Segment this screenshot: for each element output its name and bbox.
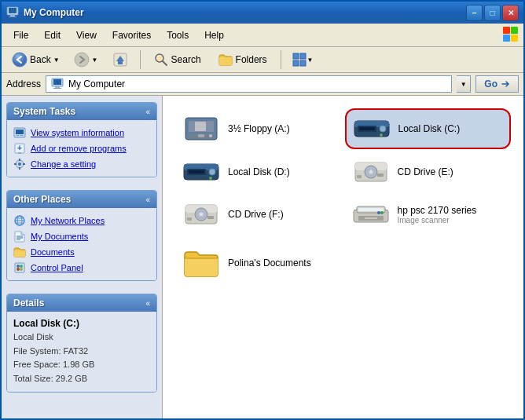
back-button[interactable]: Back ▼ bbox=[6, 49, 65, 70]
drive-cd-e[interactable]: CD Drive (E:) bbox=[345, 152, 512, 192]
svg-rect-17 bbox=[300, 53, 306, 59]
menu-help[interactable]: Help bbox=[197, 27, 231, 43]
svg-rect-35 bbox=[14, 163, 17, 165]
svg-rect-1 bbox=[9, 8, 17, 13]
svg-rect-22 bbox=[55, 86, 60, 88]
details-title-header: Details bbox=[13, 298, 44, 309]
drive-cd-f[interactable]: CD Drive (F:) bbox=[175, 195, 342, 234]
back-arrow-icon[interactable]: ▼ bbox=[53, 57, 60, 64]
svg-rect-6 bbox=[503, 35, 510, 42]
polinas-docs-item[interactable]: Polina's Documents bbox=[175, 243, 318, 283]
view-system-info-item[interactable]: View system information bbox=[10, 125, 153, 141]
details-filesystem-label: File System: bbox=[13, 346, 64, 356]
system-tasks-body: View system information + Add or remove … bbox=[7, 120, 156, 177]
address-field[interactable]: My Computer bbox=[46, 75, 452, 93]
details-drive-name: Local Disk (C:) bbox=[13, 318, 150, 329]
add-remove-icon: + bbox=[13, 142, 26, 155]
my-documents-label: My Documents bbox=[31, 232, 88, 241]
details-body: Local Disk (C:) Local Disk File System: … bbox=[7, 312, 156, 392]
svg-point-86 bbox=[380, 211, 384, 214]
svg-rect-19 bbox=[300, 60, 306, 66]
add-remove-label: Add or remove programs bbox=[31, 144, 127, 153]
details-header[interactable]: Details « bbox=[7, 294, 156, 312]
other-places-title: Other Places bbox=[13, 194, 71, 205]
forward-button[interactable]: ▼ bbox=[68, 49, 104, 70]
forward-arrow-icon[interactable]: ▼ bbox=[92, 57, 98, 64]
drive-local-c[interactable]: Local Disk (C:) bbox=[345, 108, 512, 149]
my-documents-item[interactable]: My Documents bbox=[10, 228, 153, 244]
svg-point-55 bbox=[209, 134, 212, 137]
drive-floppy-a-label: 3½ Floppy (A:) bbox=[228, 123, 290, 134]
info-icon bbox=[13, 126, 26, 139]
main-window: My Computer – □ ✕ File Edit View Favorit… bbox=[0, 0, 525, 420]
menu-favorites[interactable]: Favorites bbox=[105, 27, 158, 43]
toolbar-separator-1 bbox=[140, 50, 141, 69]
other-places-header[interactable]: Other Places « bbox=[7, 191, 156, 208]
title-bar-left: My Computer bbox=[6, 6, 84, 19]
svg-point-32 bbox=[18, 163, 21, 166]
drive-local-d[interactable]: Local Disk (D:) bbox=[175, 152, 342, 192]
system-tasks-header[interactable]: System Tasks « bbox=[7, 103, 156, 120]
menu-edit[interactable]: Edit bbox=[37, 27, 68, 43]
add-remove-programs-item[interactable]: + Add or remove programs bbox=[10, 141, 153, 156]
other-places-body: My Network Places My Documents bbox=[7, 208, 156, 280]
my-network-places-item[interactable]: My Network Places bbox=[10, 213, 153, 228]
folders-icon bbox=[218, 53, 233, 67]
change-setting-item[interactable]: Change a setting bbox=[10, 156, 153, 172]
folders-button[interactable]: Folders bbox=[211, 50, 274, 69]
details-totalsize-label: Total Size: bbox=[13, 374, 56, 383]
svg-text:+: + bbox=[17, 144, 22, 152]
svg-point-72 bbox=[369, 171, 372, 173]
close-button[interactable]: ✕ bbox=[502, 5, 519, 21]
menu-tools[interactable]: Tools bbox=[160, 27, 196, 43]
svg-rect-16 bbox=[293, 53, 299, 59]
up-button[interactable] bbox=[107, 49, 134, 70]
cdrom-e-drive-icon bbox=[352, 158, 390, 186]
view-system-info-label: View system information bbox=[31, 128, 124, 137]
documents-icon bbox=[13, 230, 26, 243]
details-collapse-icon: « bbox=[145, 299, 150, 308]
views-button[interactable]: ▼ bbox=[288, 49, 318, 70]
go-button[interactable]: Go bbox=[475, 75, 519, 93]
svg-rect-5 bbox=[511, 27, 518, 34]
folders-label: Folders bbox=[236, 54, 267, 65]
menu-file[interactable]: File bbox=[6, 27, 35, 43]
address-label: Address bbox=[6, 79, 41, 89]
up-icon bbox=[112, 52, 128, 68]
search-button[interactable]: Search bbox=[147, 50, 208, 69]
back-label: Back bbox=[30, 54, 51, 65]
svg-point-15 bbox=[156, 56, 159, 57]
svg-point-9 bbox=[75, 53, 89, 67]
minimize-button[interactable]: – bbox=[466, 5, 483, 21]
svg-rect-74 bbox=[357, 175, 362, 178]
scanner-label: hp psc 2170 series bbox=[398, 205, 477, 216]
system-tasks-title: System Tasks bbox=[13, 106, 75, 117]
change-setting-label: Change a setting bbox=[31, 159, 96, 169]
computer-icon bbox=[6, 6, 19, 19]
hdd-c-drive-icon bbox=[353, 115, 391, 143]
documents-item[interactable]: Documents bbox=[10, 244, 153, 260]
menu-view[interactable]: View bbox=[69, 27, 104, 43]
views-icon bbox=[292, 52, 307, 68]
svg-rect-54 bbox=[198, 134, 204, 137]
svg-point-46 bbox=[17, 265, 20, 268]
details-freespace: Free Space: 1.98 GB bbox=[13, 358, 150, 372]
details-filesystem-value: FAT32 bbox=[64, 346, 89, 356]
network-icon bbox=[13, 214, 26, 227]
drive-floppy-a[interactable]: 3½ Floppy (A:) bbox=[175, 108, 342, 149]
control-panel-item[interactable]: Control Panel bbox=[10, 260, 153, 276]
views-arrow-icon[interactable]: ▼ bbox=[307, 57, 314, 64]
xp-logo bbox=[501, 25, 519, 45]
address-dropdown[interactable]: ▼ bbox=[457, 75, 471, 93]
polinas-docs-label: Polina's Documents bbox=[228, 257, 311, 268]
maximize-button[interactable]: □ bbox=[484, 5, 501, 21]
search-icon bbox=[154, 53, 168, 67]
svg-rect-4 bbox=[503, 27, 510, 34]
toolbar-separator-2 bbox=[281, 50, 281, 69]
address-value: My Computer bbox=[68, 79, 125, 89]
details-totalsize-value: 29.2 GB bbox=[56, 374, 87, 383]
details-freespace-label: Free Space: bbox=[13, 360, 63, 369]
drive-scanner[interactable]: hp psc 2170 series Image scanner bbox=[345, 195, 512, 234]
search-label: Search bbox=[171, 54, 201, 65]
system-tasks-collapse-icon: « bbox=[145, 108, 150, 116]
